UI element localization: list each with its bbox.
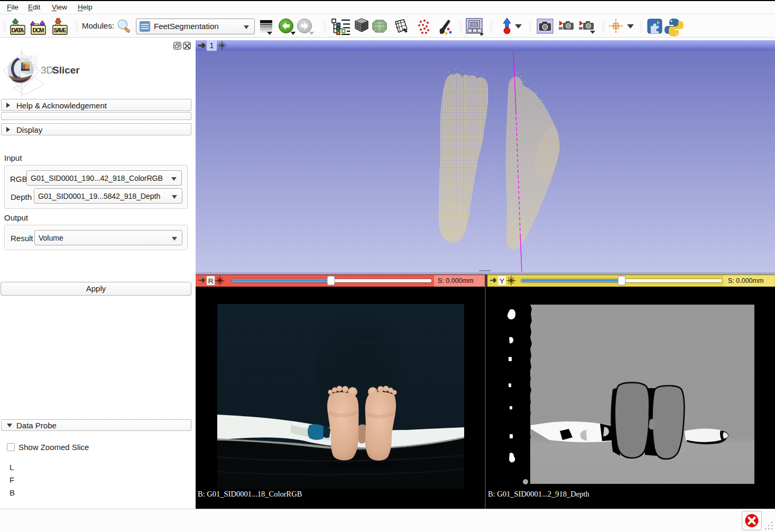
svg-text:DATA: DATA <box>12 27 24 33</box>
svg-text:S: 0.000mm: S: 0.000mm <box>728 277 763 285</box>
svg-text:B: G01_SID0001...2_918_Depth: B: G01_SID0001...2_918_Depth <box>488 490 589 498</box>
svg-text:1: 1 <box>210 41 214 50</box>
svg-text:B: G01_SID0001...18_ColorRGB: B: G01_SID0001...18_ColorRGB <box>198 490 302 498</box>
svg-text:3D: 3D <box>41 65 53 76</box>
svg-text:SAVE: SAVE <box>54 27 67 33</box>
svg-text:DCM: DCM <box>33 27 44 33</box>
svg-text:R: R <box>208 277 214 285</box>
svg-text:S: 0.000mm: S: 0.000mm <box>438 277 473 285</box>
svg-text:Slicer: Slicer <box>52 65 80 76</box>
svg-text:Y: Y <box>500 277 504 285</box>
